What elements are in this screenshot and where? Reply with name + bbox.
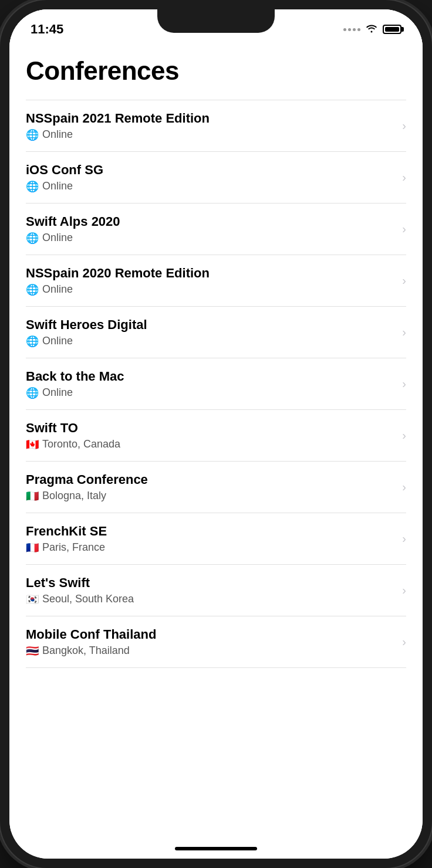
location-flag-icon: 🌐 <box>26 181 39 192</box>
location-text: Online <box>42 283 73 296</box>
conference-name: Swift Heroes Digital <box>26 317 395 333</box>
conference-info: Swift Heroes Digital 🌐 Online <box>26 317 395 347</box>
conference-location: 🇨🇦 Toronto, Canada <box>26 438 395 450</box>
list-item[interactable]: Let's Swift 🇰🇷 Seoul, South Korea › <box>26 565 406 616</box>
conference-location: 🇮🇹 Bologna, Italy <box>26 490 395 502</box>
chevron-right-icon: › <box>402 429 406 442</box>
conference-location: 🌐 Online <box>26 283 395 296</box>
list-item[interactable]: Mobile Conf Thailand 🇹🇭 Bangkok, Thailan… <box>26 616 406 668</box>
signal-dot-2 <box>348 28 351 31</box>
list-item[interactable]: NSSpain 2020 Remote Edition 🌐 Online › <box>26 255 406 307</box>
location-flag-icon: 🇮🇹 <box>26 491 39 501</box>
conference-location: 🇹🇭 Bangkok, Thailand <box>26 645 395 657</box>
conference-name: FrenchKit SE <box>26 524 395 539</box>
conference-location: 🌐 Online <box>26 232 395 244</box>
location-flag-icon: 🌐 <box>26 284 39 295</box>
conference-name: Back to the Mac <box>26 369 395 384</box>
screen-content: 11:45 <box>9 9 423 859</box>
list-item[interactable]: Pragma Conference 🇮🇹 Bologna, Italy › <box>26 462 406 513</box>
conference-name: Let's Swift <box>26 575 395 591</box>
chevron-right-icon: › <box>402 171 406 184</box>
conference-info: NSSpain 2020 Remote Edition 🌐 Online <box>26 266 395 296</box>
conference-info: iOS Conf SG 🌐 Online <box>26 162 395 192</box>
location-flag-icon: 🌐 <box>26 388 39 398</box>
conference-info: Mobile Conf Thailand 🇹🇭 Bangkok, Thailan… <box>26 627 395 657</box>
conference-location: 🌐 Online <box>26 335 395 347</box>
status-time: 11:45 <box>31 22 63 37</box>
location-text: Bangkok, Thailand <box>42 645 130 657</box>
location-text: Paris, France <box>42 541 105 554</box>
chevron-right-icon: › <box>402 119 406 133</box>
location-flag-icon: 🌐 <box>26 336 39 347</box>
location-flag-icon: 🌐 <box>26 130 39 140</box>
phone-device: 11:45 <box>0 0 432 868</box>
location-text: Bologna, Italy <box>42 490 106 502</box>
conference-name: Pragma Conference <box>26 472 395 487</box>
notch <box>157 9 275 33</box>
list-item[interactable]: iOS Conf SG 🌐 Online › <box>26 152 406 204</box>
main-content: Conferences NSSpain 2021 Remote Edition … <box>9 45 423 859</box>
list-item[interactable]: Swift Alps 2020 🌐 Online › <box>26 204 406 255</box>
chevron-right-icon: › <box>402 532 406 545</box>
signal-icon <box>343 28 360 31</box>
chevron-right-icon: › <box>402 222 406 236</box>
location-flag-icon: 🇹🇭 <box>26 646 39 656</box>
list-item[interactable]: FrenchKit SE 🇫🇷 Paris, France › <box>26 513 406 565</box>
conference-info: Back to the Mac 🌐 Online <box>26 369 395 399</box>
conference-name: Mobile Conf Thailand <box>26 627 395 642</box>
conference-location: 🇰🇷 Seoul, South Korea <box>26 593 395 605</box>
list-item[interactable]: NSSpain 2021 Remote Edition 🌐 Online › <box>26 100 406 152</box>
conference-name: iOS Conf SG <box>26 162 395 178</box>
wifi-icon <box>365 23 378 36</box>
conference-info: FrenchKit SE 🇫🇷 Paris, France <box>26 524 395 554</box>
location-flag-icon: 🇫🇷 <box>26 542 39 553</box>
conference-name: NSSpain 2020 Remote Edition <box>26 266 395 281</box>
conference-location: 🌐 Online <box>26 128 395 141</box>
conference-location: 🌐 Online <box>26 180 395 192</box>
chevron-right-icon: › <box>402 326 406 339</box>
list-item[interactable]: Swift Heroes Digital 🌐 Online › <box>26 307 406 358</box>
conference-name: NSSpain 2021 Remote Edition <box>26 111 395 126</box>
location-text: Online <box>42 180 73 192</box>
location-flag-icon: 🌐 <box>26 233 39 243</box>
battery-icon <box>383 25 401 34</box>
signal-dot-4 <box>357 28 360 31</box>
status-icons <box>343 23 401 36</box>
conference-list: NSSpain 2021 Remote Edition 🌐 Online › i… <box>26 100 406 668</box>
phone-screen: 11:45 <box>9 9 423 859</box>
location-text: Online <box>42 335 73 347</box>
location-flag-icon: 🇰🇷 <box>26 594 39 605</box>
signal-dot-3 <box>353 28 356 31</box>
conference-info: NSSpain 2021 Remote Edition 🌐 Online <box>26 111 395 141</box>
conference-name: Swift TO <box>26 421 395 436</box>
location-text: Online <box>42 128 73 141</box>
conference-location: 🇫🇷 Paris, France <box>26 541 395 554</box>
list-item[interactable]: Back to the Mac 🌐 Online › <box>26 358 406 410</box>
conference-name: Swift Alps 2020 <box>26 214 395 229</box>
location-flag-icon: 🇨🇦 <box>26 439 39 450</box>
chevron-right-icon: › <box>402 274 406 287</box>
location-text: Seoul, South Korea <box>42 593 134 605</box>
chevron-right-icon: › <box>402 480 406 494</box>
home-indicator <box>175 847 257 850</box>
conference-info: Let's Swift 🇰🇷 Seoul, South Korea <box>26 575 395 605</box>
location-text: Online <box>42 232 73 244</box>
page-title: Conferences <box>26 56 406 86</box>
signal-dot-1 <box>343 28 346 31</box>
chevron-right-icon: › <box>402 584 406 597</box>
chevron-right-icon: › <box>402 635 406 649</box>
conference-info: Swift Alps 2020 🌐 Online <box>26 214 395 244</box>
chevron-right-icon: › <box>402 377 406 391</box>
location-text: Online <box>42 386 73 399</box>
conference-location: 🌐 Online <box>26 386 395 399</box>
conference-info: Pragma Conference 🇮🇹 Bologna, Italy <box>26 472 395 502</box>
conference-info: Swift TO 🇨🇦 Toronto, Canada <box>26 421 395 450</box>
list-item[interactable]: Swift TO 🇨🇦 Toronto, Canada › <box>26 410 406 462</box>
location-text: Toronto, Canada <box>42 438 120 450</box>
